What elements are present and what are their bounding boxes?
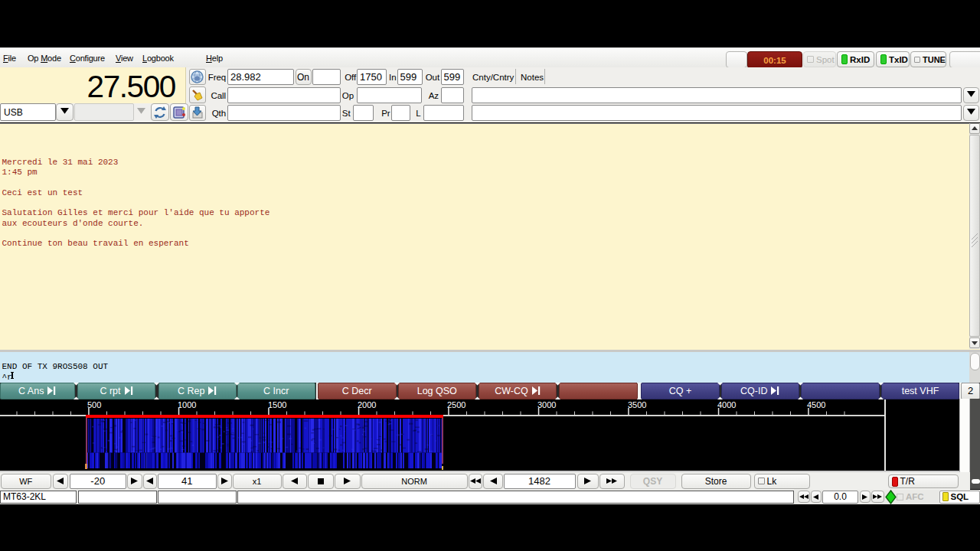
svg-text:1500: 1500 bbox=[268, 400, 286, 409]
svg-text:4000: 4000 bbox=[717, 400, 736, 409]
svg-text:3500: 3500 bbox=[628, 400, 646, 409]
svg-text:500: 500 bbox=[87, 400, 101, 409]
svg-text:1000: 1000 bbox=[178, 400, 196, 409]
svg-text:4500: 4500 bbox=[807, 400, 825, 409]
svg-text:2500: 2500 bbox=[447, 400, 466, 409]
svg-text:2000: 2000 bbox=[358, 400, 376, 409]
svg-text:3000: 3000 bbox=[537, 400, 556, 409]
